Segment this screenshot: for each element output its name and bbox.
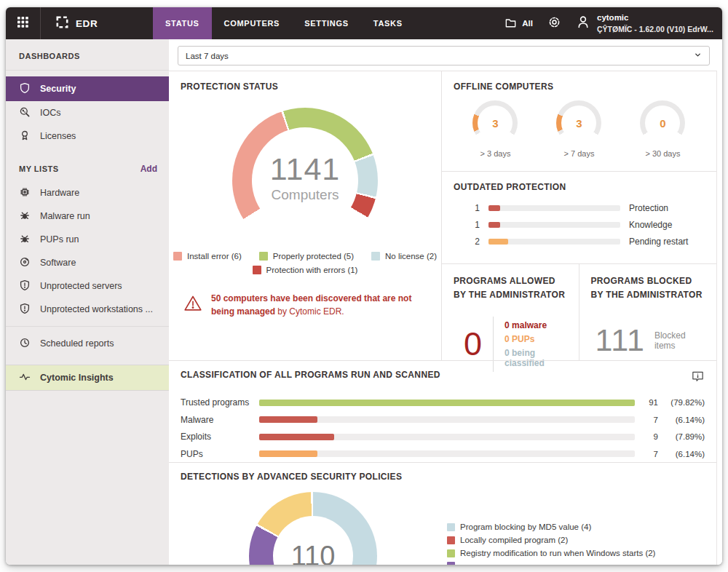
sidebar-item-scheduled-reports[interactable]: Scheduled reports bbox=[6, 332, 169, 355]
unmanaged-computers-warning: 50 computers have been discovered that a… bbox=[181, 292, 430, 318]
add-list-link[interactable]: Add bbox=[141, 164, 157, 174]
legend-item: Install error (6) bbox=[173, 252, 242, 261]
apps-grid-icon bbox=[17, 17, 28, 31]
dashboards-heading: DASHBOARDS bbox=[6, 39, 169, 71]
sidebar-item-hardware[interactable]: Hardware bbox=[6, 181, 169, 204]
sidebar-item-iocs[interactable]: IOCs bbox=[6, 101, 169, 124]
user-text: cytomic ÇŶTØMÏC - 1.62.00 (V10) EdrW... bbox=[597, 12, 712, 34]
legend-item: Locally compiled program (2) bbox=[447, 536, 655, 544]
my-lists-header: MY LISTS Add bbox=[6, 148, 169, 181]
panel-programs-blocked: PROGRAMS BLOCKED BY THE ADMINISTRATOR 11… bbox=[579, 264, 717, 360]
legend-item: No license (2) bbox=[371, 252, 437, 261]
sidebar-item-unprotected-workstations[interactable]: Unprotected workstations ... bbox=[6, 298, 169, 321]
sidebar-item-security[interactable]: Security bbox=[6, 76, 169, 101]
panel-offline-computers: OFFLINE COMPUTERS 3 > 3 days 3 bbox=[442, 71, 716, 172]
warning-text: 50 computers have been discovered that a… bbox=[211, 292, 427, 318]
user-account-detail: ÇŶTØMÏC - 1.62.00 (V10) EdrW... bbox=[597, 24, 712, 34]
legend-item: Program blocking by MD5 value (4) bbox=[447, 523, 655, 531]
legend-item: Registry modification to run when Window… bbox=[447, 549, 655, 557]
disc-icon bbox=[19, 256, 31, 270]
sidebar-item-pups-run[interactable]: PUPs run bbox=[6, 228, 169, 251]
classification-bars: Trusted programs 91 (79.82%) Malware 7 (… bbox=[181, 397, 705, 459]
legend-swatch bbox=[447, 562, 455, 565]
scope-label: All bbox=[522, 19, 533, 28]
time-range-select[interactable]: Last 7 days bbox=[178, 46, 710, 65]
legend-swatch bbox=[259, 252, 268, 261]
offline-gauge-7days: 3 > 7 days bbox=[537, 100, 621, 158]
offline-computers-title: OFFLINE COMPUTERS bbox=[454, 82, 705, 92]
filter-bar: Last 7 days bbox=[169, 39, 717, 71]
panel-detections: DETECTIONS BY ADVANCED SECURITY POLICIES… bbox=[169, 462, 716, 565]
product-logo[interactable]: EDR bbox=[41, 7, 140, 39]
tab-computers[interactable]: COMPUTERS bbox=[212, 7, 293, 39]
legend-swatch bbox=[371, 252, 380, 261]
legend-swatch bbox=[447, 523, 455, 531]
allowed-pups: 0 PUPs bbox=[505, 334, 566, 344]
sidebar-divider bbox=[6, 326, 169, 327]
main-content: Last 7 days PROTECTION STATUS 1 bbox=[169, 39, 722, 565]
tab-tasks[interactable]: TASKS bbox=[361, 7, 415, 39]
offline-gauge-3days: 3 > 3 days bbox=[454, 100, 537, 158]
panel-protection-status: PROTECTION STATUS 1141 Computers bbox=[169, 71, 442, 360]
user-menu[interactable]: cytomic ÇŶTØMÏC - 1.62.00 (V10) EdrW... bbox=[576, 12, 712, 34]
blocked-count: 111 bbox=[596, 322, 645, 358]
warning-triangle-icon bbox=[183, 292, 202, 318]
apps-grid-button[interactable] bbox=[6, 7, 41, 39]
classification-title: CLASSIFICATION OF ALL PROGRAMS RUN AND S… bbox=[181, 370, 440, 380]
detections-donut-hole: 110 bbox=[273, 516, 353, 565]
computers-label: Computers bbox=[232, 187, 378, 203]
protection-status-title: PROTECTION STATUS bbox=[181, 82, 430, 92]
user-icon bbox=[576, 15, 590, 32]
legend-item: Protection with errors (1) bbox=[253, 266, 358, 274]
protection-gauge-center: 1141 Computers bbox=[232, 153, 378, 203]
sidebar-item-cytomic-insights[interactable]: Cytomic Insights bbox=[6, 365, 169, 391]
bar-row-malware: Malware 7 (6.14%) bbox=[181, 415, 705, 425]
folder-icon bbox=[505, 17, 517, 31]
panel-programs-allowed: PROGRAMS ALLOWED BY THE ADMINISTRATOR 0 … bbox=[442, 264, 579, 360]
shield-icon bbox=[19, 82, 31, 96]
detections-donut-ring: 110 bbox=[249, 492, 377, 565]
product-name: EDR bbox=[76, 18, 98, 29]
panel-outdated-protection: OUTDATED PROTECTION 1 Protection 1 bbox=[442, 172, 716, 264]
programs-blocked-title: PROGRAMS BLOCKED BY THE ADMINISTRATOR bbox=[591, 274, 705, 302]
offline-gauge-30days: 0 > 30 days bbox=[621, 100, 705, 158]
bar-row-knowledge: 1 Knowledge bbox=[470, 220, 705, 230]
programs-allowed-title: PROGRAMS ALLOWED BY THE ADMINISTRATOR bbox=[454, 274, 567, 302]
gear-icon[interactable] bbox=[547, 15, 561, 32]
group-scope-selector[interactable]: All bbox=[505, 17, 533, 31]
allowed-count: 0 bbox=[464, 325, 482, 363]
info-bubble-icon[interactable] bbox=[691, 370, 705, 386]
legend-item bbox=[447, 562, 655, 565]
user-name: cytomic bbox=[597, 12, 712, 24]
sidebar-item-software[interactable]: Software bbox=[6, 251, 169, 274]
shield-alert-icon bbox=[19, 303, 31, 317]
sidebar-item-unprotected-servers[interactable]: Unprotected servers bbox=[6, 274, 169, 298]
shield-alert-icon bbox=[19, 279, 31, 293]
bar-row-exploits: Exploits 9 (7.89%) bbox=[181, 432, 705, 442]
offline-count: 0 bbox=[640, 100, 685, 146]
panel-classification: CLASSIFICATION OF ALL PROGRAMS RUN AND S… bbox=[169, 360, 716, 462]
protection-status-legend: Install error (6) Properly protected (5)… bbox=[181, 252, 430, 274]
detections-count: 110 bbox=[291, 541, 336, 565]
time-range-value: Last 7 days bbox=[186, 52, 229, 60]
legend-swatch bbox=[173, 252, 182, 261]
sidebar-item-malware-run[interactable]: Malware run bbox=[6, 204, 169, 228]
legend-swatch bbox=[447, 549, 455, 557]
bar-row-pups: PUPs 7 (6.14%) bbox=[181, 449, 705, 459]
tab-status[interactable]: STATUS bbox=[153, 7, 212, 39]
tab-settings[interactable]: SETTINGS bbox=[292, 7, 361, 39]
legend-swatch bbox=[253, 266, 261, 274]
bar-row-pending-restart: 2 Pending restart bbox=[470, 237, 705, 247]
protection-status-gauge: 1141 Computers bbox=[232, 108, 378, 233]
search-virus-icon bbox=[19, 106, 31, 120]
chip-icon bbox=[19, 186, 31, 200]
programs-blocked-body: 111 Blocked items bbox=[591, 322, 705, 358]
legend-swatch bbox=[447, 536, 455, 544]
outdated-protection-title: OUTDATED PROTECTION bbox=[454, 182, 705, 192]
offline-gauges: 3 > 3 days 3 > 7 days bbox=[454, 100, 705, 158]
computers-count: 1141 bbox=[232, 153, 378, 186]
offline-gauge-label: > 7 days bbox=[564, 149, 595, 158]
sidebar-item-licenses[interactable]: Licenses bbox=[6, 124, 169, 148]
offline-gauge-label: > 30 days bbox=[645, 149, 680, 158]
blocked-items-label: Blocked items bbox=[654, 330, 705, 351]
